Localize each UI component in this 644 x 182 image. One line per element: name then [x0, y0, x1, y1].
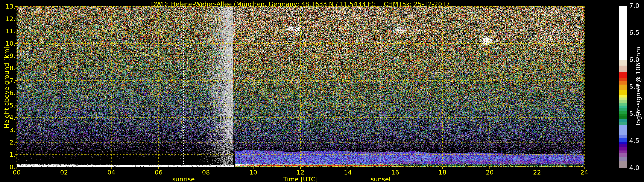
x-tick-label: 18: [434, 169, 451, 176]
y-tick-label: 9.: [0, 52, 16, 59]
x-tick-label: 08: [197, 169, 214, 176]
colorbar-tick-label: 6.5: [629, 29, 644, 36]
y-tick-label: 5.: [0, 102, 16, 109]
x-tick-label: 16: [386, 169, 404, 176]
x-tick-label: 20: [481, 169, 498, 176]
y-tick-label: 7.: [0, 77, 16, 84]
x-tick-label: 24: [576, 169, 593, 176]
y-tick-label: 13.: [0, 3, 16, 10]
annotation-sunset: sunset: [349, 176, 413, 182]
colorbar-tick-label: 7.0: [629, 2, 644, 9]
y-tick-label: 3.: [0, 127, 16, 133]
x-axis-title: Time [UTC]: [268, 176, 333, 182]
colorbar-tick-label: 4.5: [629, 137, 644, 144]
ceilometer-quicklook-figure: DWD: Helene-Weber-Allee (München, German…: [0, 0, 644, 182]
x-tick-label: 06: [150, 169, 167, 176]
colorbar-tick-label: 4.0: [629, 165, 644, 171]
x-tick-label: 02: [56, 169, 72, 176]
y-tick-label: 12.: [0, 15, 16, 22]
y-tick-label: 2.: [0, 139, 16, 146]
y-tick-label: 8.: [0, 65, 16, 72]
colorbar-tick-label: 5.5: [629, 84, 644, 90]
annotation-sunrise: sunrise: [151, 176, 216, 182]
x-tick-label: 00: [8, 169, 25, 176]
y-tick-label: 11.: [0, 28, 16, 34]
x-tick-label: 22: [528, 169, 546, 176]
x-tick-label: 14: [339, 169, 356, 176]
y-tick-label: 4.: [0, 114, 16, 121]
colorbar-tick-label: 5.0: [629, 110, 644, 117]
chart-title: DWD: Helene-Weber-Allee (München, German…: [86, 0, 515, 8]
y-tick-label: 1.: [0, 151, 16, 158]
colorbar-tick-label: 6.0: [629, 56, 644, 63]
y-tick-label: 6.: [0, 90, 16, 96]
x-tick-label: 12: [292, 169, 309, 176]
x-tick-label: 10: [245, 169, 262, 176]
x-tick-label: 04: [103, 169, 120, 176]
y-tick-label: 10.: [0, 40, 16, 47]
heatmap-canvas: [0, 0, 644, 182]
